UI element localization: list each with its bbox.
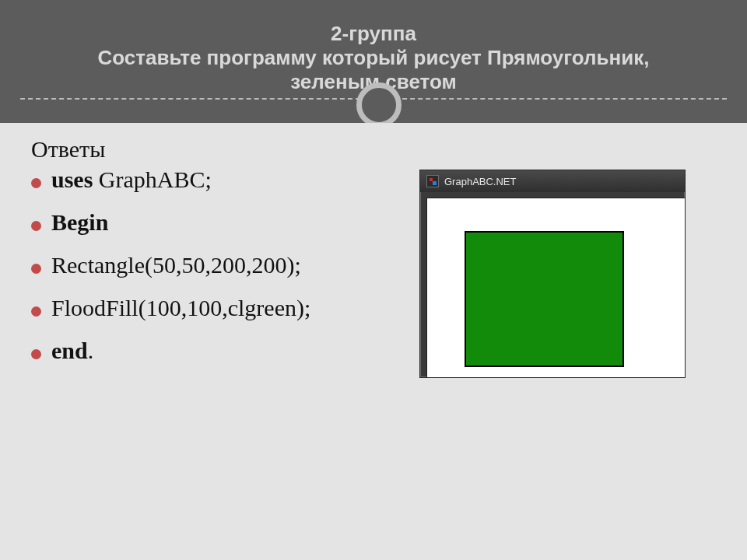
window-title: GraphABC.NET xyxy=(444,176,516,187)
code-line: Rectangle(50,50,200,200); xyxy=(31,254,420,277)
code-text: Rectangle(50,50,200,200); xyxy=(51,252,301,278)
code-list: uses GraphABC; Begin Rectangle(50,50,200… xyxy=(31,168,420,382)
canvas xyxy=(426,198,685,377)
slide: 2-группа Составьте программу который рис… xyxy=(0,0,747,560)
code-line: Begin xyxy=(31,211,420,234)
window-titlebar: GraphABC.NET xyxy=(420,170,685,192)
code-text: FloodFill(100,100,clgreen); xyxy=(51,295,310,320)
graphabc-window: GraphABC.NET xyxy=(419,170,686,378)
code-text: GraphABC; xyxy=(93,166,212,192)
keyword: Begin xyxy=(51,209,108,235)
ring-ornament xyxy=(356,82,402,128)
title-line-2: Составьте программу который рисует Прямо… xyxy=(98,46,650,69)
code-line: FloodFill(100,100,clgreen); xyxy=(31,296,420,320)
code-line: end. xyxy=(31,339,420,362)
keyword: end xyxy=(51,338,88,363)
app-icon xyxy=(426,175,439,187)
code-line: uses GraphABC; xyxy=(31,168,420,191)
code-text: . xyxy=(88,338,94,363)
green-rectangle xyxy=(465,231,624,367)
answers-label: Ответы xyxy=(31,136,105,163)
keyword: uses xyxy=(51,166,93,192)
title-line-1: 2-группа xyxy=(331,22,416,45)
